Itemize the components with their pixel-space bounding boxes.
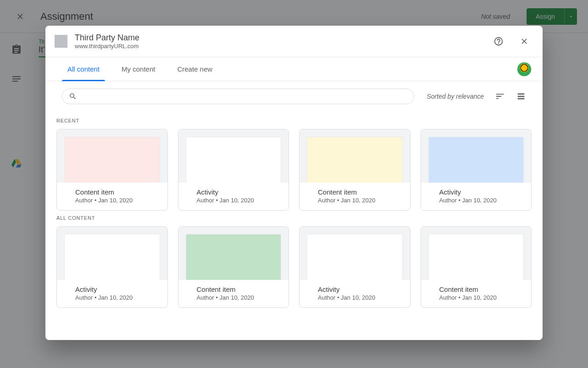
card-subtitle: Author • Jan 10, 2020 [439,197,524,204]
card-thumbnail [186,137,282,183]
card-thumbnail-pad [421,129,532,183]
dialog-toolbar: Sorted by relevance [45,81,543,104]
search-input-wrapper[interactable] [62,89,414,104]
card-meta: Content itemAuthor • Jan 10, 2020 [57,183,167,210]
card-meta: ActivityAuthor • Jan 10, 2020 [57,280,167,307]
card-subtitle: Author • Jan 10, 2020 [75,197,160,204]
card-thumbnail [64,234,160,280]
card-thumbnail-pad [421,227,532,280]
section-label: ALL CONTENT [56,215,532,221]
card-subtitle: Author • Jan 10, 2020 [197,197,282,204]
content-card[interactable]: ActivityAuthor • Jan 10, 2020 [178,129,289,211]
content-picker-dialog: Third Party Name www.thirdpartyURL.com A… [45,26,543,340]
card-thumbnail [64,137,160,183]
card-thumbnail-pad [57,227,167,280]
content-card[interactable]: Content itemAuthor • Jan 10, 2020 [178,226,289,308]
dialog-subtitle: www.thirdpartyURL.com [75,43,482,50]
dialog-title: Third Party Name [75,33,482,43]
card-thumbnail [186,234,282,280]
dialog-tabs: All content My content Create new [45,57,543,81]
content-card[interactable]: Content itemAuthor • Jan 10, 2020 [421,226,532,308]
card-thumbnail [307,234,403,280]
card-meta: ActivityAuthor • Jan 10, 2020 [300,280,410,307]
tab-create-new[interactable]: Create new [166,57,223,81]
dialog-content: RECENTContent itemAuthor • Jan 10, 2020A… [45,104,543,340]
card-title: Content item [197,285,282,293]
tab-label: My content [122,65,155,73]
card-grid: Content itemAuthor • Jan 10, 2020Activit… [56,129,532,211]
card-subtitle: Author • Jan 10, 2020 [439,294,524,301]
avatar[interactable] [517,62,532,77]
card-thumbnail-pad [178,129,289,183]
card-thumbnail [428,234,524,280]
list-view-icon[interactable] [516,91,526,101]
sort-label: Sorted by relevance [427,93,484,100]
card-meta: Content itemAuthor • Jan 10, 2020 [421,280,532,307]
card-thumbnail-pad [300,129,410,183]
help-icon[interactable] [489,32,508,50]
sort-icon[interactable] [495,91,505,101]
card-title: Activity [197,188,282,196]
card-grid: ActivityAuthor • Jan 10, 2020Content ite… [56,226,532,308]
tab-my-content[interactable]: My content [111,57,166,81]
card-title: Content item [439,285,524,293]
card-title: Activity [318,285,403,293]
card-subtitle: Author • Jan 10, 2020 [197,294,282,301]
card-meta: ActivityAuthor • Jan 10, 2020 [178,183,289,210]
card-subtitle: Author • Jan 10, 2020 [318,197,403,204]
search-input[interactable] [82,93,407,100]
card-title: Content item [318,188,403,196]
content-card[interactable]: ActivityAuthor • Jan 10, 2020 [56,226,168,308]
card-subtitle: Author • Jan 10, 2020 [75,294,160,301]
card-meta: Content itemAuthor • Jan 10, 2020 [300,183,410,210]
card-thumbnail [307,137,403,183]
tab-all-content[interactable]: All content [56,57,111,81]
section-label: RECENT [56,118,532,123]
content-card[interactable]: ActivityAuthor • Jan 10, 2020 [421,129,532,211]
search-icon [69,92,77,100]
card-thumbnail-pad [178,227,289,280]
card-thumbnail [428,137,524,183]
third-party-logo [55,35,67,48]
close-dialog-icon[interactable] [515,32,533,50]
card-title: Activity [75,285,160,293]
card-meta: Content itemAuthor • Jan 10, 2020 [178,280,289,307]
card-thumbnail-pad [300,227,410,280]
card-title: Content item [75,188,160,196]
card-thumbnail-pad [57,129,167,183]
card-title: Activity [439,188,524,196]
tab-label: Create new [177,65,212,73]
content-card[interactable]: Content itemAuthor • Jan 10, 2020 [299,129,410,211]
dialog-header: Third Party Name www.thirdpartyURL.com [45,26,543,57]
content-card[interactable]: Content itemAuthor • Jan 10, 2020 [56,129,168,211]
card-subtitle: Author • Jan 10, 2020 [318,294,403,301]
content-card[interactable]: ActivityAuthor • Jan 10, 2020 [299,226,410,308]
tab-label: All content [67,65,100,73]
card-meta: ActivityAuthor • Jan 10, 2020 [421,183,532,210]
